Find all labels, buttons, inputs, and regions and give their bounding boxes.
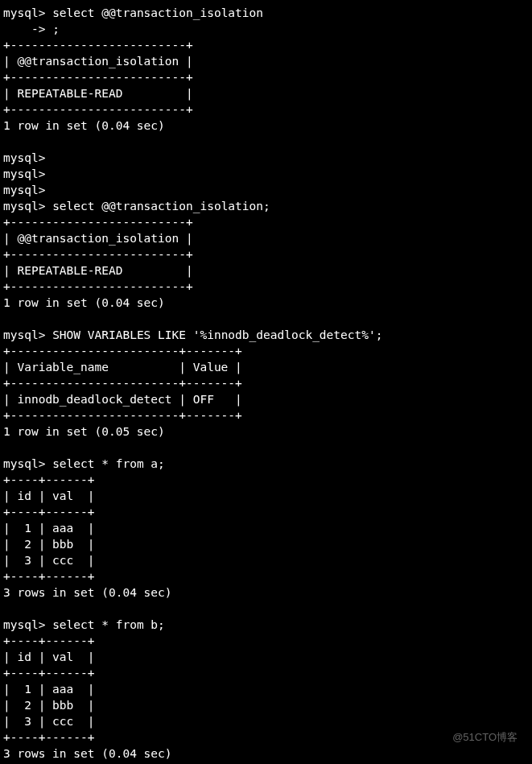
table-row: | 1 | aaa |	[3, 683, 95, 696]
table-row: | 3 | ccc |	[3, 554, 95, 567]
result-footer: 1 row in set (0.05 sec)	[3, 425, 165, 438]
table-border: +-------------------------+	[3, 248, 193, 261]
sql-query: select * from a;	[52, 457, 165, 470]
table-border: +----+------+	[3, 473, 95, 486]
table-row: | REPEATABLE-READ |	[3, 264, 193, 277]
table-row: | REPEATABLE-READ |	[3, 87, 193, 100]
table-border: +----+------+	[3, 506, 95, 518]
table-border: +----+------+	[3, 731, 95, 744]
table-border: +-------------------------+	[3, 71, 193, 84]
sql-query: select @@transaction_isolation;	[52, 200, 270, 213]
table-border: +-------------------------+	[3, 103, 193, 116]
prompt: mysql>	[3, 6, 45, 19]
result-footer: 3 rows in set (0.04 sec)	[3, 747, 172, 760]
continuation-prompt: ->	[3, 23, 45, 35]
table-header: | @@transaction_isolation |	[3, 55, 193, 68]
table-row: | 2 | bbb |	[3, 538, 95, 551]
prompt: mysql>	[3, 167, 45, 180]
terminal-output: mysql> select @@transaction_isolation ->…	[0, 0, 532, 762]
sql-query: select @@transaction_isolation	[52, 6, 263, 19]
sql-query: ;	[52, 23, 60, 35]
prompt: mysql>	[3, 151, 45, 164]
result-footer: 3 rows in set (0.04 sec)	[3, 586, 172, 599]
table-border: +-------------------------+	[3, 216, 193, 229]
sql-query: SHOW VARIABLES LIKE '%innodb_deadlock_de…	[52, 328, 382, 341]
result-footer: 1 row in set (0.04 sec)	[3, 296, 165, 309]
prompt: mysql>	[3, 328, 45, 341]
prompt: mysql>	[3, 457, 45, 470]
table-row: | 2 | bbb |	[3, 699, 95, 712]
table-header: | id | val |	[3, 489, 95, 502]
sql-query: select * from b;	[52, 618, 165, 631]
table-border: +----+------+	[3, 667, 95, 679]
table-border: +------------------------+-------+	[3, 345, 242, 357]
table-row: | innodb_deadlock_detect | OFF |	[3, 393, 242, 406]
table-border: +-------------------------+	[3, 280, 193, 293]
result-footer: 1 row in set (0.04 sec)	[3, 119, 165, 132]
table-header: | id | val |	[3, 650, 95, 663]
prompt: mysql>	[3, 200, 45, 213]
table-border: +----+------+	[3, 570, 95, 583]
table-row: | 1 | aaa |	[3, 522, 95, 535]
prompt: mysql>	[3, 184, 45, 196]
table-header: | Variable_name | Value |	[3, 361, 242, 374]
table-border: +------------------------+-------+	[3, 377, 242, 390]
table-border: +----+------+	[3, 634, 95, 647]
table-row: | 3 | ccc |	[3, 715, 95, 728]
table-header: | @@transaction_isolation |	[3, 232, 193, 245]
table-border: +-------------------------+	[3, 39, 193, 52]
table-border: +------------------------+-------+	[3, 409, 242, 422]
prompt: mysql>	[3, 618, 45, 631]
